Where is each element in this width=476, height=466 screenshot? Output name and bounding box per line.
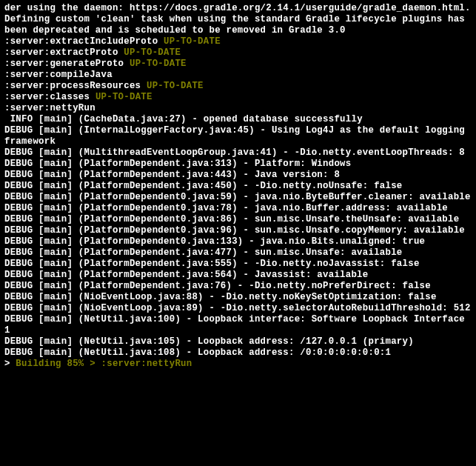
terminal-line: :server:generateProto UP-TO-DATE — [4, 59, 475, 70]
terminal-line: DEBUG [main] (PlatformDependent0.java:78… — [4, 203, 475, 214]
terminal-line: > Building 85% > :server:nettyRun — [4, 359, 475, 370]
terminal-text-segment: > — [4, 359, 16, 369]
terminal-line: DEBUG [main] (NetUtil.java:105) - Loopba… — [4, 336, 475, 347]
terminal-line: DEBUG [main] (MultithreadEventLoopGroup.… — [4, 147, 475, 159]
terminal-text-segment: UP-TO-DATE — [124, 47, 181, 58]
terminal-text-segment: DEBUG [main] (PlatformDependent0.java:13… — [4, 236, 425, 247]
terminal-text-segment: :server:compileJava — [4, 70, 113, 80]
terminal-line: DEBUG [main] (PlatformDependent0.java:13… — [4, 236, 475, 247]
terminal-text-segment: Defining custom 'clean' task when using … — [4, 14, 471, 36]
terminal-line: DEBUG [main] (PlatformDependent.java:443… — [4, 170, 475, 181]
terminal-line: DEBUG [main] (PlatformDependent.java:76)… — [4, 281, 475, 292]
terminal-line: :server:nettyRun — [4, 103, 475, 114]
terminal-line: der using the daemon: https://docs.gradl… — [4, 3, 475, 14]
terminal-text-segment: UP-TO-DATE — [147, 81, 204, 91]
terminal-line: DEBUG [main] (NetUtil.java:108) - Loopba… — [4, 347, 475, 359]
terminal-line: DEBUG [main] (PlatformDependent0.java:59… — [4, 192, 475, 203]
terminal-line: Defining custom 'clean' task when using … — [4, 14, 475, 36]
terminal-line: :server:extractProto UP-TO-DATE — [4, 47, 475, 59]
terminal-text-segment: UP-TO-DATE — [130, 59, 187, 69]
terminal-line: DEBUG [main] (PlatformDependent.java:450… — [4, 181, 475, 192]
terminal-text-segment: DEBUG [main] (NioEventLoop.java:89) - -D… — [4, 303, 471, 313]
terminal-line: DEBUG [main] (PlatformDependent0.java:86… — [4, 214, 475, 225]
terminal-text-segment: DEBUG [main] (PlatformDependent0.java:59… — [4, 192, 471, 202]
terminal-text-segment: DEBUG [main] (PlatformDependent0.java:96… — [4, 225, 465, 236]
terminal-line: DEBUG [main] (InternalLoggerFactory.java… — [4, 125, 475, 147]
terminal-text-segment: DEBUG [main] (NioEventLoop.java:88) - -D… — [4, 292, 437, 302]
terminal-text-segment: Building 85% > :server:nettyRun — [16, 359, 192, 369]
terminal-text-segment: DEBUG [main] (PlatformDependent0.java:78… — [4, 203, 448, 213]
terminal-text-segment: DEBUG [main] (PlatformDependent.java:313… — [4, 159, 351, 169]
terminal-text-segment: UP-TO-DATE — [164, 36, 221, 47]
terminal-line: :server:compileJava — [4, 70, 475, 81]
terminal-line: DEBUG [main] (NioEventLoop.java:89) - -D… — [4, 303, 475, 314]
terminal-output: der using the daemon: https://docs.gradl… — [0, 0, 476, 371]
terminal-line: INFO [main] (CacheData.java:27) - opened… — [4, 114, 475, 125]
terminal-line: :server:classes UP-TO-DATE — [4, 92, 475, 103]
terminal-text-segment: INFO [main] (CacheData.java:27) - opened… — [4, 114, 363, 124]
terminal-line: :server:processResources UP-TO-DATE — [4, 81, 475, 92]
terminal-text-segment: :server:classes — [4, 92, 95, 102]
terminal-text-segment: der using the daemon: https://docs.gradl… — [4, 3, 471, 13]
terminal-text-segment: :server:generateProto — [4, 59, 130, 69]
terminal-line: :server:extractIncludeProto UP-TO-DATE — [4, 36, 475, 47]
terminal-text-segment: :server:nettyRun — [4, 103, 95, 113]
terminal-line: DEBUG [main] (NetUtil.java:100) - Loopba… — [4, 314, 475, 336]
terminal-text-segment: DEBUG [main] (PlatformDependent.java:76)… — [4, 281, 431, 291]
terminal-text-segment: UP-TO-DATE — [95, 92, 152, 102]
terminal-text-segment: DEBUG [main] (PlatformDependent0.java:86… — [4, 214, 459, 224]
terminal-line: DEBUG [main] (NioEventLoop.java:88) - -D… — [4, 292, 475, 303]
terminal-text-segment: DEBUG [main] (PlatformDependent.java:443… — [4, 170, 340, 180]
terminal-line: DEBUG [main] (PlatformDependent.java:477… — [4, 247, 475, 259]
terminal-text-segment: :server:processResources — [4, 81, 147, 91]
terminal-text-segment: DEBUG [main] (NetUtil.java:100) - Loopba… — [4, 314, 471, 336]
terminal-text-segment: DEBUG [main] (PlatformDependent.java:564… — [4, 270, 368, 280]
terminal-line: DEBUG [main] (PlatformDependent.java:555… — [4, 259, 475, 270]
terminal-text-segment: DEBUG [main] (NetUtil.java:108) - Loopba… — [4, 347, 391, 358]
terminal-text-segment: DEBUG [main] (NetUtil.java:105) - Loopba… — [4, 336, 414, 347]
terminal-line: DEBUG [main] (PlatformDependent.java:313… — [4, 159, 475, 170]
terminal-text-segment: DEBUG [main] (PlatformDependent.java:450… — [4, 181, 403, 191]
terminal-text-segment: DEBUG [main] (InternalLoggerFactory.java… — [4, 125, 471, 147]
terminal-line: DEBUG [main] (PlatformDependent.java:564… — [4, 270, 475, 281]
terminal-text-segment: DEBUG [main] (MultithreadEventLoopGroup.… — [4, 147, 465, 158]
terminal-text-segment: :server:extractProto — [4, 47, 124, 58]
terminal-text-segment: :server:extractIncludeProto — [4, 36, 164, 47]
terminal-line: DEBUG [main] (PlatformDependent0.java:96… — [4, 225, 475, 236]
terminal-text-segment: DEBUG [main] (PlatformDependent.java:477… — [4, 247, 403, 258]
terminal-text-segment: DEBUG [main] (PlatformDependent.java:555… — [4, 259, 420, 269]
